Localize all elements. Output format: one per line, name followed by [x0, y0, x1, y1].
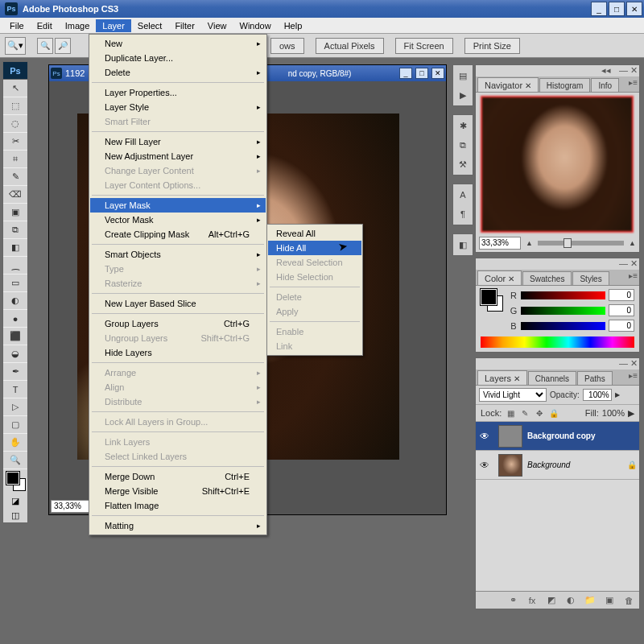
fit-screen-button[interactable]: Fit Screen	[395, 38, 453, 54]
close-button[interactable]: ✕	[626, 2, 642, 16]
lock-transparent-icon[interactable]: ▦	[505, 407, 516, 419]
panel-close-icon[interactable]: — ✕	[619, 65, 638, 76]
tool-12[interactable]: ◐	[3, 292, 27, 310]
tool-4[interactable]: ⌗	[3, 151, 27, 168]
menu-item-merge-down[interactable]: Merge DownCtrl+E	[90, 469, 266, 484]
doc-minimize-button[interactable]: _	[399, 68, 412, 79]
tool-7[interactable]: ▣	[3, 204, 27, 221]
tool-5[interactable]: ✎	[3, 168, 27, 186]
tool-17[interactable]: T	[3, 381, 27, 398]
menu-item-flatten-image[interactable]: Flatten Image	[90, 498, 266, 513]
tool-16[interactable]: ✒	[3, 363, 27, 381]
tool-preset-picker[interactable]: 🔍▾	[5, 37, 26, 55]
brushes-dock-icon[interactable]: ✱	[455, 118, 471, 134]
layer-name[interactable]: Background	[527, 460, 625, 469]
delete-layer-icon[interactable]: 🗑	[623, 596, 634, 605]
lock-all-icon[interactable]: 🔒	[548, 407, 559, 419]
menu-item-group-layers[interactable]: Group LayersCtrl+G	[90, 316, 266, 331]
menu-select[interactable]: Select	[131, 19, 169, 32]
menu-file[interactable]: File	[3, 19, 31, 32]
actual-pixels-button[interactable]: Actual Pixels	[316, 38, 384, 54]
menu-view[interactable]: View	[201, 19, 233, 32]
navigator-thumbnail[interactable]	[481, 96, 634, 233]
navigator-menu-icon[interactable]: ▸≡	[629, 78, 638, 87]
tool-6[interactable]: ⌫	[3, 186, 27, 204]
actions-dock-icon[interactable]: ▶	[455, 87, 471, 103]
layer-style-icon[interactable]: fx	[526, 596, 538, 605]
menu-item-new-layer-based-slice[interactable]: New Layer Based Slice	[90, 296, 266, 311]
navigator-zoom-field[interactable]: 33,33%	[479, 237, 521, 250]
tool-10[interactable]: ⁔	[3, 257, 27, 275]
menu-item-new-adjustment-layer[interactable]: New Adjustment Layer	[90, 149, 266, 163]
tool-19[interactable]: ▢	[3, 416, 27, 434]
paragraph-dock-icon[interactable]: ¶	[455, 206, 471, 222]
color-swatch[interactable]	[481, 289, 503, 312]
layer-thumbnail[interactable]	[498, 425, 522, 448]
color-swatch-tool[interactable]	[3, 469, 27, 493]
channel-value-b[interactable]: 0	[609, 320, 634, 332]
tab-paths[interactable]: Paths	[577, 371, 613, 385]
adjustment-layer-icon[interactable]: ◐	[565, 595, 576, 605]
panel-collapse-icon[interactable]: ◂◂	[601, 65, 611, 76]
tool-21[interactable]: 🔍	[3, 452, 27, 469]
doc-close-button[interactable]: ✕	[431, 68, 444, 79]
menu-item-delete[interactable]: Delete	[90, 65, 266, 80]
menu-edit[interactable]: Edit	[31, 19, 59, 32]
mode-toggle-1[interactable]: ◫	[3, 508, 27, 522]
lock-position-icon[interactable]: ✥	[534, 407, 545, 419]
tool-20[interactable]: ✋	[3, 434, 27, 452]
menu-item-create-clipping-mask[interactable]: Create Clipping MaskAlt+Ctrl+G	[90, 227, 266, 242]
layer-row[interactable]: 👁Background copy	[476, 422, 639, 451]
menu-item-layer-style[interactable]: Layer Style	[90, 100, 266, 114]
tool-2[interactable]: ◌	[3, 115, 27, 133]
layer-group-icon[interactable]: 📁	[584, 595, 596, 605]
tool-1[interactable]: ⬚	[3, 97, 27, 115]
menu-item-smart-objects[interactable]: Smart Objects	[90, 247, 266, 262]
menu-item-new-fill-layer[interactable]: New Fill Layer	[90, 134, 266, 149]
menu-filter[interactable]: Filter	[168, 19, 200, 32]
color-menu-icon[interactable]: ▸≡	[629, 271, 638, 280]
layer-mask-icon[interactable]: ◩	[546, 595, 557, 605]
panel-close-icon[interactable]: — ✕	[619, 258, 638, 270]
tool-8[interactable]: ⧉	[3, 221, 27, 239]
menu-layer[interactable]: Layer	[96, 19, 131, 32]
character-dock-icon[interactable]: A	[455, 187, 471, 203]
menu-item-layer-properties-[interactable]: Layer Properties...	[90, 85, 266, 100]
fill-field[interactable]: 100%	[602, 408, 625, 418]
opacity-arrow-icon[interactable]: ▶	[615, 391, 620, 398]
maximize-button[interactable]: □	[609, 2, 625, 16]
tab-layers[interactable]: Layers ✕	[477, 370, 527, 385]
layer-name[interactable]: Background copy	[527, 431, 639, 440]
submenu-reveal-all[interactable]: Reveal All	[268, 226, 361, 241]
menu-item-vector-mask[interactable]: Vector Mask	[90, 213, 266, 227]
layer-comps-dock-icon[interactable]: ◧	[455, 237, 471, 253]
panel-close-icon[interactable]: — ✕	[619, 358, 638, 369]
tab-histogram[interactable]: Histogram	[539, 78, 591, 92]
tab-swatches[interactable]: Swatches	[522, 271, 572, 285]
tool-9[interactable]: ◧	[3, 239, 27, 257]
blend-mode-select[interactable]: Vivid Light	[479, 388, 547, 402]
visibility-toggle-icon[interactable]: 👁	[476, 460, 493, 471]
layer-row[interactable]: 👁Background🔒	[476, 451, 639, 480]
fill-arrow-icon[interactable]: ▶	[628, 408, 634, 419]
opacity-field[interactable]: 100%	[583, 389, 612, 401]
layers-menu-icon[interactable]: ▸≡	[629, 371, 638, 380]
tool-3[interactable]: ✂	[3, 133, 27, 151]
menu-item-matting[interactable]: Matting	[90, 518, 266, 533]
history-dock-icon[interactable]: ▤	[455, 68, 471, 84]
zoom-in-large-icon[interactable]: ▲	[629, 239, 636, 247]
visibility-toggle-icon[interactable]: 👁	[476, 431, 493, 442]
color-spectrum[interactable]	[481, 336, 634, 348]
minimize-button[interactable]: _	[591, 2, 607, 16]
tool-14[interactable]: ⬛	[3, 328, 27, 345]
zoom-out-small-icon[interactable]: ▲	[526, 239, 533, 247]
zoom-out-icon[interactable]: 🔎	[55, 38, 71, 54]
channel-slider-g[interactable]	[521, 307, 605, 315]
navigator-zoom-slider[interactable]	[538, 241, 624, 246]
menu-item-layer-mask[interactable]: Layer Mask	[90, 198, 266, 213]
menu-window[interactable]: Window	[233, 19, 278, 32]
tool-0[interactable]: ↖	[3, 80, 27, 97]
layer-thumbnail[interactable]	[498, 454, 522, 477]
doc-maximize-button[interactable]: □	[415, 68, 428, 79]
zoom-in-icon[interactable]: 🔍	[37, 38, 53, 54]
